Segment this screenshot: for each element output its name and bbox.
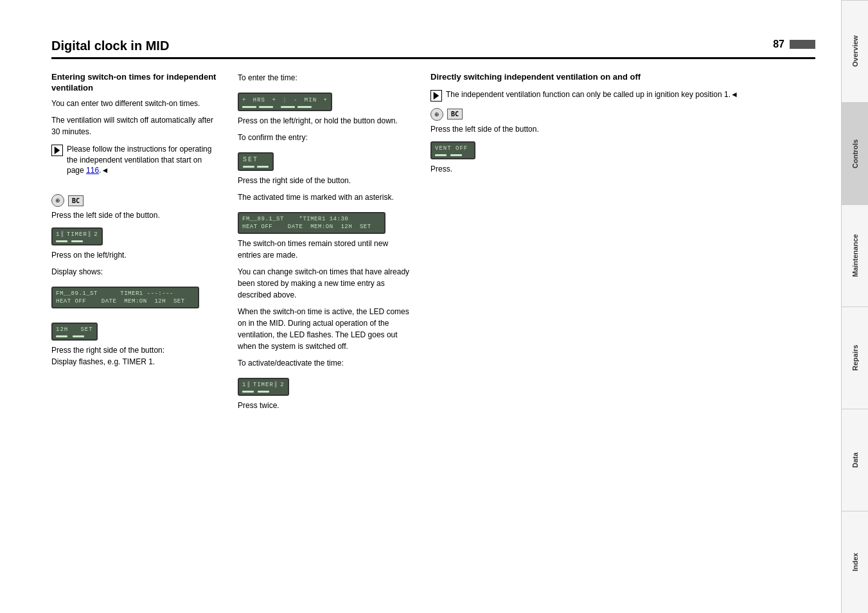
sidebar-tab-overview-label: Overview — [851, 36, 859, 67]
left-para1: You can enter two different switch-on ti… — [51, 98, 218, 109]
ventoff-display: VENT OFF — [430, 141, 475, 159]
page-number-block: 87 — [773, 39, 815, 50]
sidebar: Overview Controls Maintenance Repairs Da… — [841, 0, 868, 613]
note-link[interactable]: 116 — [86, 166, 99, 175]
circle-button: ⊕ — [51, 194, 64, 207]
right-triangle-icon — [433, 92, 439, 100]
small-row-left: 12H SET — [56, 326, 93, 333]
right-note-box: The independent ventilation function can… — [430, 89, 815, 102]
small-display-left: 12H SET — [51, 323, 98, 341]
fm-row1-left: FM__89.1_ST TIMER1 ---:--- — [56, 290, 195, 298]
mid-change: You can change switch-on times that have… — [238, 266, 411, 301]
left-button-widget: ⊕ BC — [51, 194, 218, 207]
fm-display-mid: FM__89.1_ST *TIMER1 14:30 HEAT OFF DATE … — [238, 212, 385, 234]
right-note-icon — [430, 90, 442, 102]
right-circle-button: ⊕ — [430, 108, 443, 121]
timer-display-mid: 1 ▌ TIMER ▌ 2 — [238, 378, 289, 396]
page-header: Digital clock in MID 87 — [51, 39, 815, 59]
right-step2: Press. — [430, 163, 815, 175]
sidebar-tab-controls-label: Controls — [851, 139, 859, 168]
left-heading: Entering switch-on times for independent… — [51, 72, 218, 94]
left-column: Entering switch-on times for independent… — [51, 72, 218, 416]
left-para2: The ventilation will switch off automati… — [51, 114, 218, 138]
mid-stored: The switch-on times remain stored until … — [238, 238, 411, 261]
sidebar-tab-data-label: Data — [851, 452, 859, 468]
fm-row2-left: HEAT OFF DATE MEM:ON 12H SET — [56, 298, 195, 305]
ventoff-row: VENT OFF — [435, 145, 471, 152]
left-step3: Display shows: — [51, 266, 218, 278]
sidebar-tab-maintenance[interactable]: Maintenance — [842, 204, 868, 306]
mid-step-confirm: Press on the left/right, or hold the but… — [238, 115, 411, 127]
mid-led: When the switch-on time is active, the L… — [238, 306, 411, 352]
left-note-text: Please follow the instructions for opera… — [67, 144, 218, 176]
set-text: SET — [243, 155, 269, 164]
mid-step-confirm2: To confirm the entry: — [238, 132, 411, 143]
sidebar-tab-maintenance-label: Maintenance — [851, 235, 859, 278]
sidebar-tab-overview[interactable]: Overview — [842, 0, 868, 102]
right-heading: Directly switching independent ventilati… — [430, 72, 815, 83]
page-title: Digital clock in MID — [51, 39, 169, 53]
left-step2: Press on the left/right. — [51, 249, 218, 261]
bc-button-right: BC — [447, 109, 463, 120]
bc-button-left: BC — [68, 195, 84, 206]
sidebar-tab-repairs-label: Repairs — [851, 345, 859, 371]
fm-mid-row2: HEAT OFF DATE MEM:ON 12H SET — [242, 223, 381, 231]
svg-marker-1 — [434, 92, 439, 100]
mid-column: To enter the time: + HRS + | - MIN + — [238, 72, 411, 416]
right-step1: Press the left side of the button. — [430, 123, 815, 135]
right-column: Directly switching independent ventilati… — [430, 72, 815, 416]
sidebar-tab-data[interactable]: Data — [842, 409, 868, 511]
fm-mid-row1: FM__89.1_ST *TIMER1 14:30 — [242, 215, 381, 223]
triangle-icon — [54, 147, 60, 154]
mid-step-asterisk: The activated time is marked with an ast… — [238, 191, 411, 203]
set-display: SET — [238, 152, 274, 171]
sidebar-tab-index[interactable]: Index — [842, 511, 868, 613]
svg-marker-0 — [55, 147, 60, 154]
mid-activate: To activate/deactivate the time: — [238, 357, 411, 369]
right-note-text: The independent ventilation function can… — [446, 89, 738, 100]
page-number-bar — [790, 40, 815, 49]
right-button-widget: ⊕ BC — [430, 108, 815, 121]
left-note-box: Please follow the instructions for opera… — [51, 144, 218, 176]
mid-step-time: To enter the time: — [238, 72, 411, 84]
hrs-min-row: + HRS + | - MIN + — [242, 96, 328, 104]
sidebar-tab-controls[interactable]: Controls — [842, 102, 868, 204]
mid-press-twice: Press twice. — [238, 400, 411, 411]
sidebar-tab-index-label: Index — [851, 553, 859, 572]
left-step4: Press the right side of the button: Disp… — [51, 344, 218, 368]
fm-display-left: FM__89.1_ST TIMER1 ---:--- HEAT OFF DATE… — [51, 287, 199, 308]
timer-row-left: 1 ▌ TIMER ▌ 2 — [56, 231, 98, 238]
timer-row-mid: 1 ▌ TIMER ▌ 2 — [242, 381, 285, 389]
page-number: 87 — [773, 39, 784, 50]
sidebar-tab-repairs[interactable]: Repairs — [842, 306, 868, 409]
left-step1: Press the left side of the button. — [51, 209, 218, 221]
timer-display-left: 1 ▌ TIMER ▌ 2 — [51, 227, 103, 245]
hrs-min-display: + HRS + | - MIN + — [238, 93, 332, 111]
mid-step-right: Press the right side of the button. — [238, 175, 411, 186]
note-icon — [51, 145, 63, 156]
